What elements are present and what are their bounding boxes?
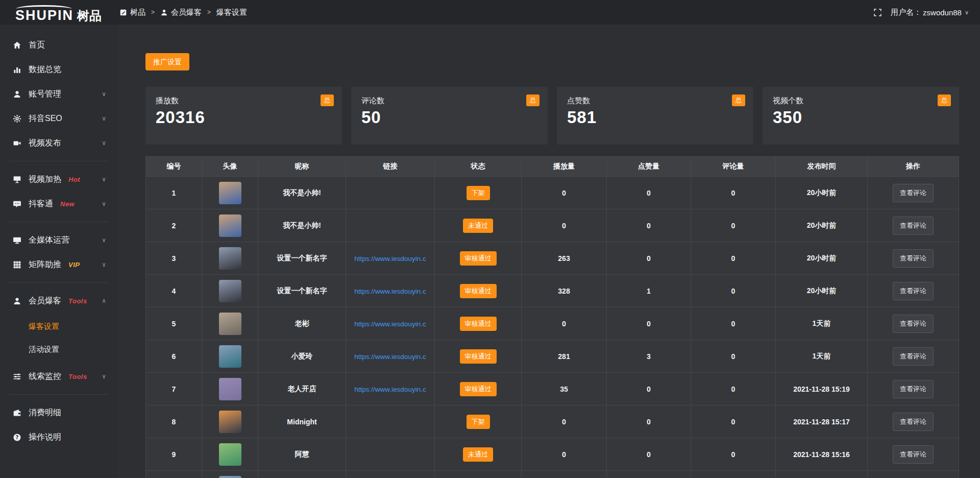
sidebar-item[interactable]: 数据总览 <box>0 57 117 82</box>
status-badge: 审核通过 <box>460 349 497 364</box>
cell-comments: 0 <box>691 373 776 405</box>
cell-action: 查看评论 <box>868 405 959 438</box>
cell-time: 1天前 <box>776 340 868 373</box>
cell-avatar <box>202 405 258 438</box>
question-icon: ? <box>13 433 21 442</box>
sidebar-subitem[interactable]: 爆客设置 <box>0 315 117 338</box>
chevron-down-icon: ∨ <box>102 139 106 147</box>
sidebar-item[interactable]: 首页 <box>0 33 117 57</box>
stat-card-label: 评论数 <box>361 96 537 106</box>
sidebar-subitem[interactable]: 活动设置 <box>0 338 117 361</box>
cell-likes: 0 <box>607 307 691 340</box>
view-comments-button[interactable]: 查看评论 <box>893 380 934 398</box>
table-header-row: 编号头像昵称链接状态播放量点赞量评论量发布时间操作 <box>146 157 959 177</box>
cell-id: 2 <box>146 209 202 242</box>
cell-action: 查看评论 <box>868 438 959 471</box>
cell-time: 1天前 <box>776 307 868 340</box>
stat-card: 评论数 50 总 <box>351 87 548 145</box>
app-icon <box>119 9 127 16</box>
cell-comments: 0 <box>691 209 776 242</box>
sidebar-item[interactable]: 全媒体运营∨ <box>0 228 117 252</box>
avatar <box>219 182 241 204</box>
sidebar-item-label: 线索监控 <box>29 371 61 382</box>
breadcrumb-item[interactable]: 会员爆客 <box>160 8 202 17</box>
video-link[interactable]: https://www.iesdouyin.c <box>354 353 426 361</box>
cell-avatar <box>202 373 258 405</box>
cell-id <box>146 471 202 478</box>
video-link[interactable]: https://www.iesdouyin.c <box>354 386 426 393</box>
status-badge: 下架 <box>467 415 490 429</box>
view-comments-button[interactable]: 查看评论 <box>893 315 934 333</box>
cell-id: 9 <box>146 438 202 471</box>
view-comments-button[interactable]: 查看评论 <box>893 445 934 464</box>
cell-action: 查看评论 <box>868 242 959 275</box>
sidebar-divider <box>9 394 108 395</box>
view-comments-button[interactable]: 查看评论 <box>893 347 934 366</box>
monitor-icon <box>13 236 21 245</box>
user-menu[interactable]: 用户名： zswodun88 ∨ <box>891 8 969 17</box>
cell-status: 审核通过 <box>435 275 522 307</box>
chevron-down-icon: ∨ <box>965 9 969 16</box>
svg-text:?: ? <box>16 435 19 440</box>
cell-avatar <box>202 438 258 471</box>
sidebar-divider <box>9 282 108 283</box>
cell-comments <box>691 471 776 478</box>
cell-comments: 0 <box>691 275 776 307</box>
cell-time <box>776 471 868 478</box>
cell-likes: 0 <box>607 177 691 209</box>
breadcrumb-separator: > <box>151 9 155 16</box>
view-comments-button[interactable]: 查看评论 <box>893 282 934 300</box>
view-comments-button[interactable]: 查看评论 <box>893 413 934 431</box>
app-logo[interactable]: SHUPIN 树品 <box>0 3 117 22</box>
cell-status: 下架 <box>435 405 522 438</box>
cell-comments: 0 <box>691 340 776 373</box>
cell-nickname <box>258 471 346 478</box>
video-link[interactable]: https://www.iesdouyin.c <box>354 320 426 328</box>
cell-link <box>346 405 435 438</box>
video-link[interactable]: https://www.iesdouyin.c <box>354 255 426 262</box>
sidebar-item-badge: Tools <box>68 297 87 305</box>
cell-likes <box>607 471 691 478</box>
sidebar-item[interactable]: 抖音SEO∨ <box>0 106 117 131</box>
user-icon <box>13 297 21 305</box>
breadcrumb-item[interactable]: 爆客设置 <box>216 8 247 17</box>
stat-card-value: 20316 <box>156 108 332 127</box>
cell-link: https://www.iesdouyin.c <box>346 340 435 373</box>
chevron-down-icon: ∨ <box>102 373 106 380</box>
view-comments-button[interactable]: 查看评论 <box>893 184 934 202</box>
view-comments-button[interactable]: 查看评论 <box>893 217 934 235</box>
chevron-up-icon: ∧ <box>102 297 106 304</box>
cell-id: 8 <box>146 405 202 438</box>
cell-avatar <box>202 471 258 478</box>
cell-status: 下架 <box>435 177 522 209</box>
cell-avatar <box>202 340 258 373</box>
sidebar-item[interactable]: 抖客通New∨ <box>0 192 117 216</box>
grid-icon <box>13 260 21 269</box>
cell-comments: 0 <box>691 242 776 275</box>
sidebar-item[interactable]: 视频发布∨ <box>0 131 117 155</box>
main-layout: 首页数据总览账号管理∨抖音SEO∨视频发布∨视频加热Hot∨抖客通New∨全媒体… <box>0 25 980 478</box>
sidebar-subitem-label: 活动设置 <box>29 345 59 354</box>
view-comments-button[interactable]: 查看评论 <box>893 249 934 268</box>
column-header: 评论量 <box>691 157 776 177</box>
sidebar-item[interactable]: ?操作说明 <box>0 425 117 449</box>
table-row: 9 阿慧 未通过 0 0 0 2021-11-28 15:16 查看评论 <box>146 438 959 471</box>
cell-plays: 0 <box>522 405 607 438</box>
sidebar-item[interactable]: 会员爆客Tools∧ <box>0 289 117 313</box>
video-link[interactable]: https://www.iesdouyin.c <box>354 288 426 295</box>
column-header: 点赞量 <box>607 157 691 177</box>
breadcrumb-item[interactable]: 树品 <box>119 8 145 17</box>
sidebar-item[interactable]: 账号管理∨ <box>0 82 117 106</box>
cell-link <box>346 471 435 478</box>
sidebar-item[interactable]: 线索监控Tools∨ <box>0 364 117 389</box>
sidebar-item[interactable]: 矩阵助推VIP∨ <box>0 252 117 277</box>
screen-icon <box>13 175 21 184</box>
avatar <box>219 247 241 270</box>
fullscreen-button[interactable] <box>873 8 882 17</box>
sidebar-item[interactable]: 视频加热Hot∨ <box>0 167 117 192</box>
promotion-settings-button[interactable]: 推广设置 <box>145 53 189 70</box>
sidebar-item[interactable]: 消费明细 <box>0 400 117 425</box>
breadcrumb-separator: > <box>207 9 211 16</box>
cell-nickname: 设置一个新名字 <box>258 275 346 307</box>
status-badge: 审核通过 <box>460 317 497 331</box>
